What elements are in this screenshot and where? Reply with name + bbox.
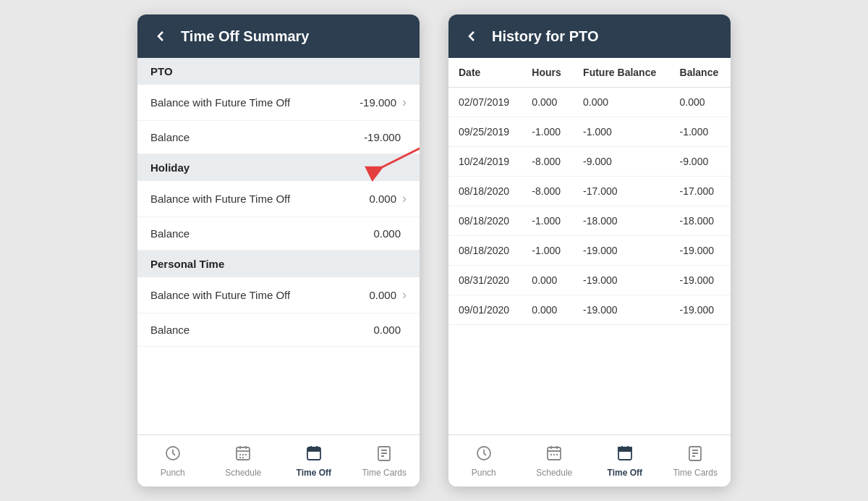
col-future-balance: Future Balance (573, 58, 669, 88)
cell-future-balance: -19.000 (573, 295, 669, 325)
holiday-balance-future-label: Balance with Future Time Off (150, 193, 369, 205)
right-nav-punch[interactable]: Punch (448, 435, 519, 487)
pto-balance-future-chevron[interactable]: › (402, 95, 407, 110)
right-time-cards-icon (686, 445, 704, 465)
cell-hours: -1.000 (522, 206, 573, 236)
cell-hours: 0.000 (522, 295, 573, 325)
cell-balance: -19.000 (670, 266, 731, 295)
cell-future-balance: -17.000 (573, 177, 669, 206)
holiday-balance-future-row[interactable]: Balance with Future Time Off 0.000 › (137, 181, 420, 217)
cell-balance: -1.000 (670, 117, 731, 147)
holiday-balance-label: Balance (150, 227, 373, 240)
cell-date: 02/07/2019 (448, 88, 522, 117)
left-nav-punch[interactable]: Punch (137, 435, 208, 487)
left-bottom-nav: Punch Schedule (137, 434, 420, 487)
cell-balance: -18.000 (670, 206, 731, 236)
section-pto: PTO (137, 58, 420, 85)
right-nav-schedule[interactable]: Schedule (519, 435, 590, 487)
table-header-row: Date Hours Future Balance Balance (448, 58, 731, 88)
personal-balance-future-label: Balance with Future Time Off (150, 289, 369, 301)
right-header: History for PTO (448, 14, 731, 58)
table-row: 02/07/2019 0.000 0.000 0.000 (448, 88, 731, 117)
personal-balance-row: Balance 0.000 (137, 313, 420, 347)
holiday-balance-future-chevron[interactable]: › (402, 191, 407, 206)
cell-date: 08/31/2020 (448, 266, 522, 295)
cell-hours: -8.000 (522, 177, 573, 206)
holiday-balance-future-value: 0.000 (369, 193, 396, 205)
svg-rect-22 (548, 447, 561, 460)
right-title: History for PTO (492, 28, 598, 45)
left-back-button[interactable] (150, 26, 171, 46)
pto-balance-value: -19.000 (364, 131, 401, 143)
right-content: Date Hours Future Balance Balance 02/07/… (448, 58, 731, 434)
right-punch-icon (475, 445, 493, 465)
punch-icon (164, 445, 182, 465)
personal-balance-value: 0.000 (373, 324, 401, 336)
schedule-icon (234, 445, 252, 465)
left-nav-punch-label: Punch (161, 468, 185, 478)
right-back-button[interactable] (461, 26, 482, 46)
right-nav-schedule-label: Schedule (536, 468, 572, 478)
table-row: 10/24/2019 -8.000 -9.000 -9.000 (448, 147, 731, 177)
cell-date: 10/24/2019 (448, 147, 522, 177)
cell-date: 08/18/2020 (448, 236, 522, 266)
table-row: 09/01/2020 0.000 -19.000 -19.000 (448, 295, 731, 325)
table-row: 08/31/2020 0.000 -19.000 -19.000 (448, 266, 731, 295)
time-off-icon (305, 445, 323, 465)
cell-future-balance: -19.000 (573, 236, 669, 266)
history-table: Date Hours Future Balance Balance 02/07/… (448, 58, 731, 325)
left-nav-time-off[interactable]: Time Off (278, 435, 349, 487)
cell-hours: -1.000 (522, 117, 573, 147)
right-schedule-icon (545, 445, 563, 465)
section-personal-time: Personal Time (137, 250, 420, 277)
left-header: Time Off Summary (137, 14, 420, 58)
personal-balance-label: Balance (150, 324, 373, 336)
section-holiday: Holiday (137, 154, 420, 181)
table-row: 09/25/2019 -1.000 -1.000 -1.000 (448, 117, 731, 147)
left-content: PTO Balance with Future Time Off -19.000… (137, 58, 420, 434)
cell-balance: -17.000 (670, 177, 731, 206)
cell-date: 09/01/2020 (448, 295, 522, 325)
svg-rect-33 (618, 447, 631, 451)
holiday-balance-row: Balance 0.000 (137, 217, 420, 250)
cell-hours: 0.000 (522, 88, 573, 117)
cell-date: 09/25/2019 (448, 117, 522, 147)
left-phone-frame: Time Off Summary PTO Balance with Future… (137, 14, 420, 487)
pto-balance-future-value: -19.000 (359, 96, 396, 109)
pto-balance-future-row[interactable]: Balance with Future Time Off -19.000 › (137, 85, 420, 121)
right-nav-time-off[interactable]: Time Off (590, 435, 660, 487)
col-date: Date (448, 58, 522, 88)
table-row: 08/18/2020 -8.000 -17.000 -17.000 (448, 177, 731, 206)
personal-balance-future-value: 0.000 (369, 289, 396, 301)
left-nav-schedule-label: Schedule (225, 468, 261, 478)
cell-hours: -8.000 (522, 147, 573, 177)
left-nav-time-cards[interactable]: Time Cards (349, 435, 420, 487)
right-nav-time-cards-label: Time Cards (673, 468, 718, 478)
cell-balance: 0.000 (670, 88, 731, 117)
cell-future-balance: -19.000 (573, 266, 669, 295)
cell-future-balance: -9.000 (573, 147, 669, 177)
cell-date: 08/18/2020 (448, 206, 522, 236)
left-nav-schedule[interactable]: Schedule (208, 435, 279, 487)
cell-balance: -19.000 (670, 295, 731, 325)
time-cards-icon (375, 445, 393, 465)
cell-date: 08/18/2020 (448, 177, 522, 206)
cell-balance: -9.000 (670, 147, 731, 177)
table-row: 08/18/2020 -1.000 -18.000 -18.000 (448, 206, 731, 236)
pto-balance-label: Balance (150, 131, 364, 143)
right-nav-punch-label: Punch (472, 468, 496, 478)
right-phone-frame: History for PTO Date Hours Future Balanc… (448, 14, 731, 487)
right-time-off-icon (616, 445, 634, 465)
personal-balance-future-chevron[interactable]: › (402, 287, 407, 303)
svg-rect-16 (307, 447, 320, 451)
col-balance: Balance (670, 58, 731, 88)
left-nav-time-cards-label: Time Cards (362, 468, 407, 478)
cell-hours: -1.000 (522, 236, 573, 266)
pto-balance-future-label: Balance with Future Time Off (150, 96, 359, 109)
right-nav-time-cards[interactable]: Time Cards (660, 435, 731, 487)
personal-balance-future-row[interactable]: Balance with Future Time Off 0.000 › (137, 277, 420, 313)
cell-future-balance: 0.000 (573, 88, 669, 117)
pto-balance-row: Balance -19.000 (137, 121, 420, 154)
holiday-balance-value: 0.000 (373, 227, 401, 240)
col-hours: Hours (522, 58, 573, 88)
